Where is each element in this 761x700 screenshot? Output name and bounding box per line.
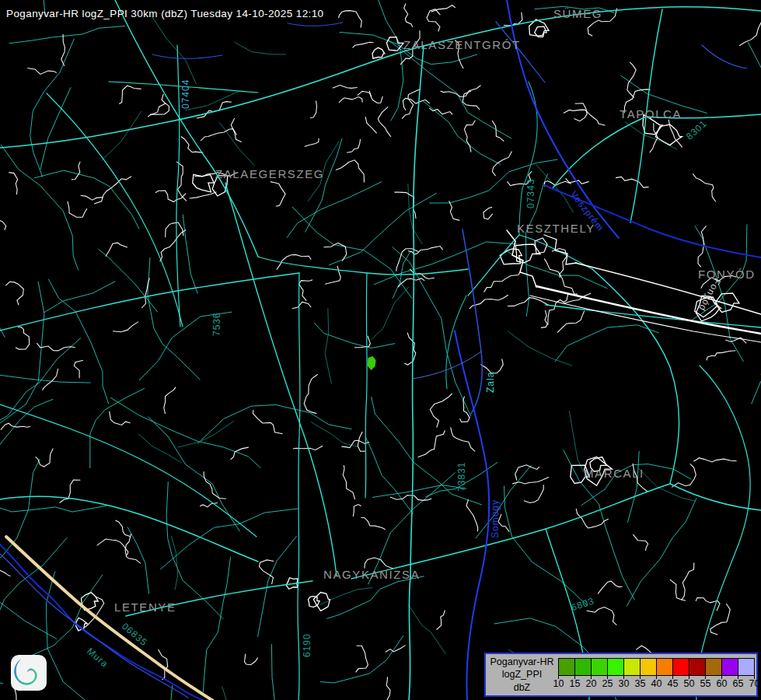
spiral-radar-logo: [11, 655, 47, 691]
dbz-tick-label: 60: [717, 678, 728, 689]
dbz-tick-label: 30: [619, 678, 630, 689]
dbz-color-box-50: [689, 658, 706, 676]
dbz-color-box-45: [672, 658, 689, 676]
dbz-tick-label: 70: [749, 678, 760, 689]
dbz-tick-label: 20: [586, 678, 597, 689]
dbz-tick-label: 65: [733, 678, 744, 689]
radar-echo-layer: [368, 356, 376, 370]
dbz-color-box-30: [623, 658, 641, 676]
map-canvas: [0, 0, 761, 700]
spiral-icon: [11, 655, 47, 691]
dbz-legend: Poganyvar-HR logZ_PPI dbZ 10152025303540…: [484, 653, 758, 697]
dbz-tick-label: 55: [700, 678, 711, 689]
dbz-tick-label: 35: [635, 678, 646, 689]
dbz-color-box-60: [721, 658, 738, 676]
legend-title: Poganyvar-HR logZ_PPI dbZ: [486, 654, 558, 695]
legend-title-line-2: logZ_PPI: [486, 668, 558, 681]
dbz-tick-label: 45: [668, 678, 679, 689]
dbz-tick-label: 15: [570, 678, 581, 689]
dbz-tick-label: 50: [684, 678, 695, 689]
radar-display: SÜMEGZALASZENTGRÓTTAPOLCAZALAEGERSZEGKES…: [0, 0, 761, 700]
major-features-layer: [0, 0, 761, 700]
dbz-tick-label: 25: [602, 678, 613, 689]
dbz-tick-label: 40: [651, 678, 662, 689]
dbz-color-box-15: [574, 658, 592, 676]
dbz-colorbar: 10152025303540455055606570: [558, 654, 756, 695]
dbz-color-box-10: [558, 658, 575, 676]
dbz-color-box-55: [705, 658, 722, 676]
radar-title: Poganyvar-HR logZ_PPI 30km (dbZ) Tuesday…: [6, 8, 324, 19]
legend-title-line-1: Poganyvar-HR: [486, 656, 558, 668]
dbz-color-boxes: [558, 658, 756, 676]
dbz-color-box-65: [738, 658, 755, 676]
dbz-color-box-40: [656, 658, 673, 676]
dbz-color-box-20: [591, 658, 608, 676]
legend-title-line-3: dbZ: [486, 681, 558, 694]
dbz-tick-label: 10: [553, 678, 564, 689]
dbz-color-box-35: [640, 658, 657, 676]
dbz-color-box-25: [607, 658, 624, 676]
